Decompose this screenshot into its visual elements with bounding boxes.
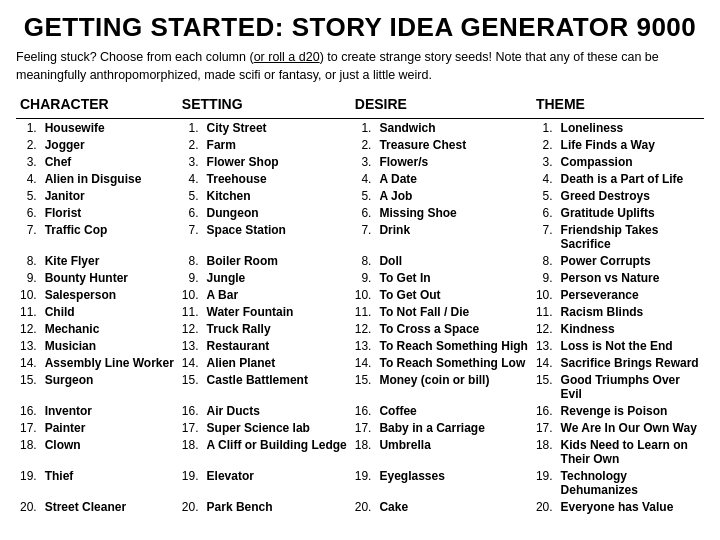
col2-item-15: Money (coin or bill): [375, 371, 531, 402]
col0-item-4: Alien in Disguise: [41, 170, 178, 187]
header-theme: THEME: [532, 94, 704, 119]
col0-num-4: 4.: [16, 170, 41, 187]
table-row: 7.Traffic Cop7.Space Station7.Drink7.Fri…: [16, 221, 704, 252]
table-body: 1.Housewife1.City Street1.Sandwich1.Lone…: [16, 119, 704, 516]
col3-num-12: 12.: [532, 320, 557, 337]
col1-num-1: 1.: [178, 119, 203, 137]
col2-num-16: 16.: [351, 402, 376, 419]
col1-num-12: 12.: [178, 320, 203, 337]
col3-item-16: Revenge is Poison: [557, 402, 704, 419]
col1-num-13: 13.: [178, 337, 203, 354]
table-row: 16.Inventor16.Air Ducts16.Coffee16.Reven…: [16, 402, 704, 419]
col2-num-3: 3.: [351, 153, 376, 170]
col0-num-8: 8.: [16, 252, 41, 269]
col2-item-10: To Get Out: [375, 286, 531, 303]
col2-num-13: 13.: [351, 337, 376, 354]
col2-item-17: Baby in a Carriage: [375, 419, 531, 436]
col3-item-2: Life Finds a Way: [557, 136, 704, 153]
col2-item-1: Sandwich: [375, 119, 531, 137]
table-row: 17.Painter17.Super Science lab17.Baby in…: [16, 419, 704, 436]
table-row: 14.Assembly Line Worker14.Alien Planet14…: [16, 354, 704, 371]
col3-num-2: 2.: [532, 136, 557, 153]
col2-num-9: 9.: [351, 269, 376, 286]
col1-item-9: Jungle: [203, 269, 351, 286]
story-table: CHARACTER SETTING DESIRE THEME 1.Housewi…: [16, 94, 704, 515]
col3-num-7: 7.: [532, 221, 557, 252]
col2-num-18: 18.: [351, 436, 376, 467]
col1-num-11: 11.: [178, 303, 203, 320]
col1-num-6: 6.: [178, 204, 203, 221]
col2-item-12: To Cross a Space: [375, 320, 531, 337]
col1-item-17: Super Science lab: [203, 419, 351, 436]
col3-num-5: 5.: [532, 187, 557, 204]
col3-item-15: Good Triumphs Over Evil: [557, 371, 704, 402]
col2-item-2: Treasure Chest: [375, 136, 531, 153]
col1-num-19: 19.: [178, 467, 203, 498]
col0-num-12: 12.: [16, 320, 41, 337]
col3-item-1: Loneliness: [557, 119, 704, 137]
col0-item-10: Salesperson: [41, 286, 178, 303]
table-row: 15.Surgeon15.Castle Battlement15.Money (…: [16, 371, 704, 402]
table-row: 18.Clown18.A Cliff or Building Ledge18.U…: [16, 436, 704, 467]
col3-item-3: Compassion: [557, 153, 704, 170]
table-row: 20.Street Cleaner20.Park Bench20.Cake20.…: [16, 498, 704, 515]
col3-num-11: 11.: [532, 303, 557, 320]
col2-item-11: To Not Fall / Die: [375, 303, 531, 320]
col1-num-9: 9.: [178, 269, 203, 286]
col0-num-5: 5.: [16, 187, 41, 204]
col1-num-4: 4.: [178, 170, 203, 187]
col0-item-2: Jogger: [41, 136, 178, 153]
col1-item-16: Air Ducts: [203, 402, 351, 419]
col2-item-4: A Date: [375, 170, 531, 187]
col2-num-10: 10.: [351, 286, 376, 303]
col3-num-18: 18.: [532, 436, 557, 467]
col0-item-16: Inventor: [41, 402, 178, 419]
col2-num-8: 8.: [351, 252, 376, 269]
table-header-row: CHARACTER SETTING DESIRE THEME: [16, 94, 704, 119]
col2-num-5: 5.: [351, 187, 376, 204]
col3-item-5: Greed Destroys: [557, 187, 704, 204]
col2-num-15: 15.: [351, 371, 376, 402]
col3-num-13: 13.: [532, 337, 557, 354]
roll-link[interactable]: or roll a d20: [254, 50, 320, 64]
col2-num-12: 12.: [351, 320, 376, 337]
col3-item-14: Sacrifice Brings Reward: [557, 354, 704, 371]
col1-item-13: Restaurant: [203, 337, 351, 354]
col3-num-6: 6.: [532, 204, 557, 221]
col2-num-2: 2.: [351, 136, 376, 153]
col2-num-17: 17.: [351, 419, 376, 436]
col2-num-6: 6.: [351, 204, 376, 221]
col1-num-15: 15.: [178, 371, 203, 402]
col0-num-7: 7.: [16, 221, 41, 252]
col3-item-6: Gratitude Uplifts: [557, 204, 704, 221]
col1-num-7: 7.: [178, 221, 203, 252]
col3-item-8: Power Corrupts: [557, 252, 704, 269]
col3-num-10: 10.: [532, 286, 557, 303]
main-table-container: CHARACTER SETTING DESIRE THEME 1.Housewi…: [16, 94, 704, 515]
col2-item-18: Umbrella: [375, 436, 531, 467]
col3-num-1: 1.: [532, 119, 557, 137]
col1-item-19: Elevator: [203, 467, 351, 498]
col2-item-6: Missing Shoe: [375, 204, 531, 221]
col3-item-11: Racism Blinds: [557, 303, 704, 320]
col2-item-3: Flower/s: [375, 153, 531, 170]
col2-num-14: 14.: [351, 354, 376, 371]
col1-num-14: 14.: [178, 354, 203, 371]
col0-num-17: 17.: [16, 419, 41, 436]
table-row: 4.Alien in Disguise4.Treehouse4.A Date4.…: [16, 170, 704, 187]
table-row: 6.Florist6.Dungeon6.Missing Shoe6.Gratit…: [16, 204, 704, 221]
col0-item-7: Traffic Cop: [41, 221, 178, 252]
col3-item-20: Everyone has Value: [557, 498, 704, 515]
col0-num-10: 10.: [16, 286, 41, 303]
col0-num-6: 6.: [16, 204, 41, 221]
col2-num-7: 7.: [351, 221, 376, 252]
col3-num-20: 20.: [532, 498, 557, 515]
col3-num-9: 9.: [532, 269, 557, 286]
col3-item-9: Person vs Nature: [557, 269, 704, 286]
col0-num-2: 2.: [16, 136, 41, 153]
col1-item-20: Park Bench: [203, 498, 351, 515]
col0-item-20: Street Cleaner: [41, 498, 178, 515]
col1-num-20: 20.: [178, 498, 203, 515]
col2-item-5: A Job: [375, 187, 531, 204]
col3-item-17: We Are In Our Own Way: [557, 419, 704, 436]
